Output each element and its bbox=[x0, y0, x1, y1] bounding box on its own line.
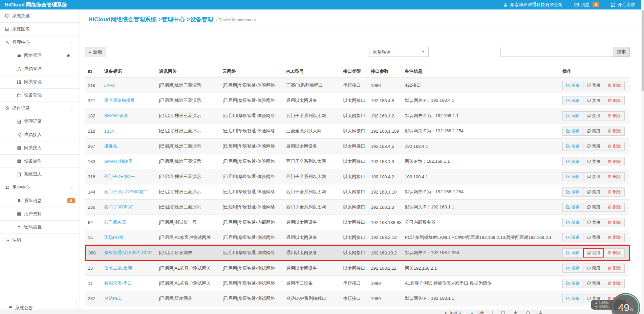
cloud-network-cell: [已启用]华辰智通-测试网络 bbox=[220, 245, 284, 261]
messages-menu[interactable]: 消息 0 bbox=[574, 2, 599, 8]
disable-button[interactable]: 禁用 bbox=[583, 172, 604, 181]
device-link[interactable]: 现场PC机 bbox=[104, 235, 124, 240]
device-link[interactable]: 智能仪表-串口 bbox=[104, 281, 132, 286]
delete-button[interactable]: 删除 bbox=[604, 233, 625, 242]
device-link[interactable]: 西门子300PLC bbox=[104, 204, 133, 209]
disable-button[interactable]: 禁用 bbox=[583, 157, 604, 166]
device-link[interactable]: 西门子演示DEMO箱二 bbox=[104, 189, 148, 194]
delete-button[interactable]: 删除 bbox=[604, 203, 625, 212]
edit-button[interactable]: 编辑 bbox=[562, 96, 583, 105]
accelerator-button[interactable]: 加速器 bbox=[444, 311, 462, 314]
disable-button[interactable]: 禁用 bbox=[583, 187, 604, 197]
remark-cell: 公司内部服务器 bbox=[402, 215, 560, 230]
delete-button[interactable]: 删除 bbox=[604, 111, 625, 120]
device-link[interactable]: 公司服务器 bbox=[104, 220, 126, 225]
delete-button[interactable]: 删除 bbox=[604, 157, 625, 166]
browser-bar-icon[interactable] bbox=[513, 311, 518, 314]
edit-button[interactable]: 编辑 bbox=[562, 264, 583, 273]
device-link[interactable]: 台达PLC bbox=[104, 296, 122, 301]
sidebar-item-management-records[interactable]: 管理记录 bbox=[0, 115, 80, 128]
device-link[interactable]: 西门子DEMO一 bbox=[104, 174, 135, 179]
disable-button[interactable]: 禁用 bbox=[583, 279, 604, 288]
delete-button[interactable]: 删除 bbox=[604, 127, 625, 136]
delete-button[interactable]: 删除 bbox=[604, 218, 625, 227]
edit-button[interactable]: 编辑 bbox=[562, 279, 583, 288]
disable-button[interactable]: 禁用 bbox=[583, 127, 604, 136]
sidebar-item-user-center[interactable]: 用户中心› bbox=[0, 181, 80, 194]
trash-icon bbox=[607, 190, 611, 194]
trash-icon bbox=[607, 220, 611, 224]
device-link[interactable]: 1234 bbox=[104, 129, 114, 134]
sidebar-item-management-center[interactable]: 管理中心› bbox=[0, 36, 80, 49]
disable-button[interactable]: 禁用 bbox=[583, 233, 604, 242]
download-button[interactable]: 下载 bbox=[470, 311, 484, 314]
browser-bar-icon[interactable] bbox=[526, 311, 530, 314]
filter-select[interactable]: 设备标识 bbox=[369, 47, 429, 57]
scrollbar[interactable] bbox=[641, 0, 644, 314]
sidebar-item-system-logs[interactable]: 系统日志 bbox=[0, 168, 80, 181]
edit-button[interactable]: 编辑 bbox=[562, 172, 583, 181]
reset-icon bbox=[17, 225, 21, 229]
edit-button[interactable]: 编辑 bbox=[562, 218, 583, 227]
device-link[interactable]: 仪表二-以太网 bbox=[104, 266, 132, 271]
edit-button[interactable]: 编辑 bbox=[562, 111, 583, 120]
sidebar-item-system-messages[interactable]: 系统消息0 bbox=[0, 194, 80, 207]
device-link[interactable]: 华辰智通AC 500PLC001 bbox=[104, 250, 152, 255]
search-input[interactable] bbox=[500, 47, 613, 57]
disable-button[interactable]: 禁用 bbox=[583, 203, 604, 212]
browser-bar-icon[interactable] bbox=[538, 311, 543, 314]
delete-button[interactable]: 删除 bbox=[604, 187, 625, 197]
delete-button[interactable]: 删除 bbox=[604, 172, 625, 181]
browser-bar-icon[interactable] bbox=[501, 311, 505, 314]
edit-button[interactable]: 编辑 bbox=[562, 203, 583, 212]
scrollbar-thumb[interactable] bbox=[642, 10, 644, 91]
delete-button[interactable]: 删除 bbox=[604, 279, 625, 288]
device-link[interactable]: SMART触摸屏 bbox=[104, 159, 133, 164]
sidebar-item-password-reset[interactable]: 密码重置 bbox=[0, 221, 80, 234]
sidebar-item-member-management[interactable]: 成员管理 bbox=[0, 62, 80, 75]
delete-button[interactable]: 删除 bbox=[604, 96, 625, 105]
device-link[interactable]: 昆仑通泰触摸屏 bbox=[104, 98, 135, 103]
add-button[interactable]: 新增 bbox=[85, 47, 106, 57]
edit-button[interactable]: 编辑 bbox=[562, 233, 583, 242]
enable-button[interactable]: 启用 bbox=[583, 248, 604, 257]
edit-button[interactable]: 编辑 bbox=[562, 157, 583, 166]
edit-button[interactable]: 编辑 bbox=[562, 81, 583, 90]
sidebar-item-gateway-access[interactable]: 网关接入 bbox=[0, 141, 80, 155]
interface-param-cell: 192.168.1.3 bbox=[368, 154, 402, 169]
edit-button[interactable]: 编辑 bbox=[562, 142, 583, 151]
edit-button[interactable]: 编辑 bbox=[562, 187, 583, 197]
edit-button[interactable]: 编辑 bbox=[562, 248, 583, 257]
delete-button[interactable]: 删除 bbox=[604, 248, 625, 257]
sidebar-item-member-access[interactable]: 成员接入 bbox=[0, 128, 80, 141]
sidebar-item-system-charts[interactable]: 系统图表 bbox=[0, 23, 80, 36]
disable-button[interactable]: 禁用 bbox=[583, 111, 604, 120]
sidebar: 系统总览系统图表管理中心›网络管理成员管理网关管理设备管理操作记录›管理记录成员… bbox=[0, 9, 80, 314]
edit-button[interactable]: 编辑 bbox=[562, 294, 583, 303]
disable-button[interactable]: 禁用 bbox=[583, 142, 604, 151]
account-menu[interactable]: 湖南华辰智通科技有限公司 bbox=[503, 2, 563, 8]
delete-button[interactable]: 删除 bbox=[604, 142, 625, 151]
delete-button[interactable]: 删除 bbox=[604, 264, 625, 273]
topbar: HiCloud网络综合管理系统 湖南华辰智通科技有限公司 消息 0 开启全屏 bbox=[0, 0, 644, 9]
sidebar-item-device-operation[interactable]: 设备操作 bbox=[0, 155, 80, 168]
search-button[interactable]: 搜索 bbox=[613, 47, 630, 57]
disable-button[interactable]: 禁用 bbox=[583, 96, 604, 105]
edit-button[interactable]: 编辑 bbox=[562, 127, 583, 136]
disable-button[interactable]: 禁用 bbox=[583, 81, 604, 90]
fullscreen-button[interactable]: 开启全屏 bbox=[611, 2, 635, 8]
sidebar-item-operation-records[interactable]: 操作记录› bbox=[0, 102, 80, 115]
sidebar-item-logout[interactable]: 注销 bbox=[0, 234, 80, 247]
device-link[interactable]: 摄像头 bbox=[104, 143, 117, 149]
disable-button[interactable]: 禁用 bbox=[583, 264, 604, 273]
disable-button[interactable]: 禁用 bbox=[583, 218, 604, 227]
device-link[interactable]: SMART设备 bbox=[104, 113, 128, 118]
delete-button[interactable]: 删除 bbox=[604, 81, 625, 90]
sidebar-item-user-profile[interactable]: 用户资料 bbox=[0, 207, 80, 221]
resource-percent-overlay[interactable]: 49 % bbox=[611, 293, 640, 314]
sidebar-item-device-management[interactable]: 设备管理 bbox=[0, 89, 80, 102]
sidebar-item-network-management[interactable]: 网络管理 bbox=[0, 49, 80, 62]
device-link[interactable]: JXFX bbox=[104, 83, 115, 88]
sidebar-item-gateway-management[interactable]: 网关管理 bbox=[0, 75, 80, 89]
sidebar-item-system-overview[interactable]: 系统总览 bbox=[0, 9, 80, 23]
